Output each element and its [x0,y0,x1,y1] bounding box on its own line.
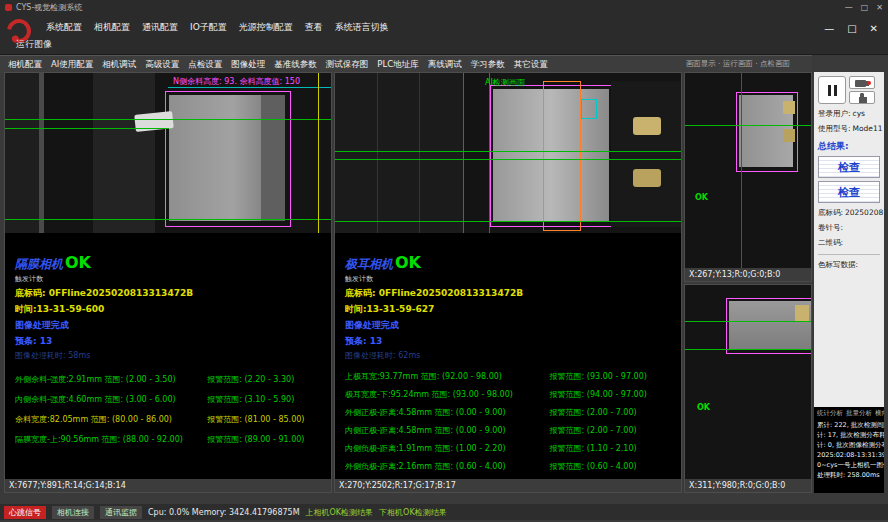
pixel-coords-middle: X:270;Y:2502;R:17;G:17;B:17 [335,479,681,492]
machine-region [335,73,464,233]
bright-spot [783,129,795,142]
app-close-icon[interactable]: ✕ [870,23,878,34]
measurement-row: 上极耳宽:93.77mm 范围: (92.00 - 98.00) 报警范围: (… [345,371,675,382]
toolbar-image-processing[interactable]: 图像处理 [231,59,265,71]
barcode-line: 底标码: 0FFline2025020813313472B [15,287,325,300]
toolbar-baseline-params[interactable]: 基准线参数 [274,59,317,71]
result-box-1-text: 检查 [838,160,860,175]
menu-item-system-config[interactable]: 系统配置 [46,21,82,34]
camera-image-small-bottom: OK [685,285,811,479]
tab-run-image[interactable]: 运行图像 [16,38,52,51]
machine-edge [377,73,378,233]
measurement-row: 外侧余料-强度:2.91mm 范围: (2.00 - 3.50) 报警范围: (… [15,374,325,385]
toolbar-camera-debug[interactable]: 相机调试 [102,59,136,71]
divider [818,254,880,255]
lock-button[interactable] [849,91,875,104]
process-status: 图像处理完成 [15,319,325,332]
measurement-row: 隔膜宽度-上:90.56mm 范围: (88.00 - 92.00) 报警范围:… [15,434,325,445]
menu-item-language[interactable]: 系统语言切换 [335,21,389,34]
upper-camera-result: 上相机OK检测结果 [306,507,374,518]
window-controls: — □ ✕ [824,23,878,34]
status-bar: 心跳信号 相机连接 通讯监据 Cpu: 0.0% Memory: 3424.41… [0,504,888,520]
toolbar-ai-config[interactable]: AI使用配置 [51,59,93,71]
stats-tab-0[interactable]: 统计分析 [817,409,843,418]
alarm-range: 报警范围: (2.20 - 3.30) [207,374,294,385]
result-box-2-text: 检查 [838,185,860,200]
menu-item-light-config[interactable]: 光源控制配置 [239,21,293,34]
stats-line: 处理耗时: 258.00ms [817,470,881,480]
camera-panel-middle: AI检测画面 极耳相机 OK 触发计数 底标码: 0FFline20250208… [334,72,682,493]
barcode-label: 底标码: [818,208,843,218]
count-line: 预条: 13 [15,335,325,348]
minimize-icon[interactable]: — [845,3,853,12]
stats-tab-2[interactable]: 横向分析 [875,409,884,418]
window-title: CYS-视觉检测系统 [16,2,82,13]
measure-line [685,349,811,350]
machine-edge [419,73,420,233]
pixel-coords-small-bottom: X:311;Y:980;R:0;G:0;B:0 [685,479,811,492]
qr-code-label: 二维码: [818,238,843,248]
camera-icon [855,80,866,87]
measure-line [335,159,681,160]
model-label: 使用型号: [818,124,851,134]
measurement-text: 外侧余料-强度:2.91mm 范围: (2.00 - 3.50) [15,374,207,385]
alarm-range: 报警范围: (3.10 - 5.90) [207,394,294,405]
measurement-text: 内侧负极-距离:1.91mm 范围: (1.00 - 2.20) [345,443,550,454]
menu-item-comm-config[interactable]: 通讯配置 [142,21,178,34]
stats-line: 计: 17, 批次检测分布耗时: [817,430,881,440]
alarm-range: 报警范围: (94.00 - 97.00) [550,389,647,400]
measurement-row: 极耳宽度-下:95.24mm 范围: (93.00 - 98.00) 报警范围:… [345,389,675,400]
overlay-text: N侧余料高度: 93. 余料高度值: 150 [173,76,300,87]
measure-line [5,219,331,220]
measurement-text: 极耳宽度-下:95.24mm 范围: (93.00 - 98.00) [345,389,550,400]
alarm-range: 报警范围: (81.00 - 85.00) [207,414,304,425]
barcode-value: 20250208 [845,208,883,218]
header: 系统配置 相机配置 通讯配置 IO子配置 光源控制配置 查看 系统语言切换 运行… [0,14,888,55]
user-value: cys [853,109,865,119]
camera-name: 极耳相机 [345,256,393,273]
maximize-icon[interactable]: □ [861,3,869,12]
overlay-result: OK [695,193,708,202]
measure-line [5,119,331,120]
record-dot-icon [867,81,871,85]
toolbar-spotcheck-settings[interactable]: 点检设置 [188,59,222,71]
measurement-row: 外侧正极-距离:4.58mm 范围: (0.00 - 9.00) 报警范围: (… [345,407,675,418]
toolbar-other-settings[interactable]: 其它设置 [514,59,548,71]
trigger-note: 触发计数 [345,274,675,284]
alarm-range: 报警范围: (0.60 - 4.00) [550,461,637,472]
menu-item-io-config[interactable]: IO子配置 [190,21,227,34]
toolbar-test-save-image[interactable]: 测试保存图 [326,59,369,71]
menu-item-view[interactable]: 查看 [305,21,323,34]
toolbar-offline-debug[interactable]: 离线调试 [428,59,462,71]
trigger-note: 触发计数 [15,274,325,284]
cpu-memory-status: Cpu: 0.0% Memory: 3424.41796875M [148,508,300,517]
app-maximize-icon[interactable]: □ [847,23,856,34]
alarm-range: 报警范围: (1.10 - 2.10) [550,443,637,454]
toolbar-camera-config[interactable]: 相机配置 [8,59,42,71]
process-status: 图像处理完成 [345,319,675,332]
toolbar-advanced-settings[interactable]: 高级设置 [145,59,179,71]
measurement-text: 余料宽度:82.05mm 范围: (80.00 - 86.00) [15,414,207,425]
camera-image-middle: AI检测画面 [335,73,681,233]
stats-tab-1[interactable]: 批量分析 [846,409,872,418]
camera-button[interactable] [849,76,875,89]
camera-panel-small-top: OK X:267;Y:13;R:0;G:0;B:0 [684,72,812,282]
measurement-text: 外侧正极-距离:4.58mm 范围: (0.00 - 9.00) [345,407,550,418]
cyan-guide-line [168,87,331,88]
close-icon[interactable]: ✕ [876,3,883,12]
alarm-range: 报警范围: (2.00 - 7.00) [550,425,637,436]
measurement-text: 隔膜宽度-上:90.56mm 范围: (88.00 - 92.00) [15,434,207,445]
menu-bar: 系统配置 相机配置 通讯配置 IO子配置 光源控制配置 查看 系统语言切换 [46,21,389,34]
toolbar-learning-params[interactable]: 学习参数 [471,59,505,71]
camera-image-left: N侧余料高度: 93. 余料高度值: 150 [5,73,331,233]
bright-spot [795,305,809,321]
app-minimize-icon[interactable]: — [824,23,834,34]
titlebar: CYS-视觉检测系统 — □ ✕ [0,0,888,14]
comm-monitor-indicator: 通讯监据 [100,506,142,519]
pause-icon [834,85,837,96]
menu-item-camera-config[interactable]: 相机配置 [94,21,130,34]
measurement-text: 外侧负极-距离:2.16mm 范围: (0.60 - 4.00) [345,461,550,472]
pause-button[interactable] [818,76,846,104]
result-box-2: 检查 [818,181,880,203]
toolbar-plc-address[interactable]: PLC地址库 [377,59,418,71]
